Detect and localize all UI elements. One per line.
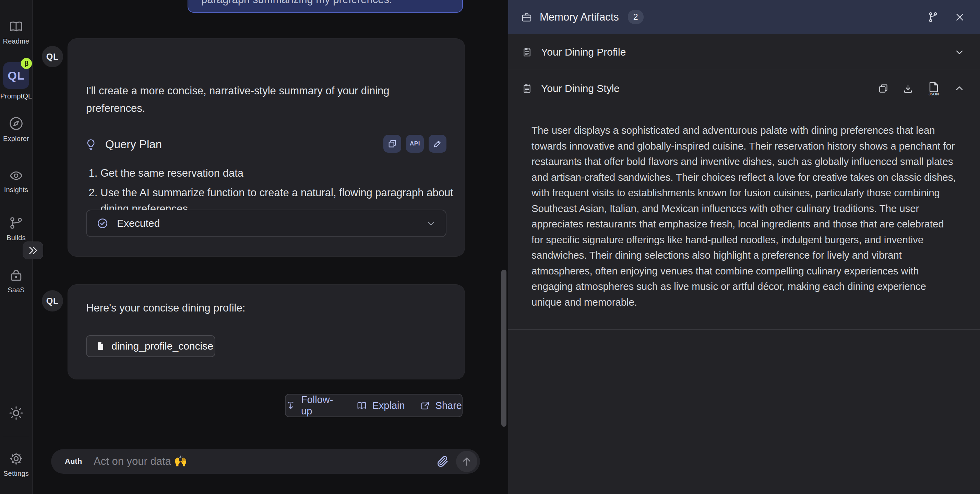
sidebar-item-promptql[interactable]: QL β PromptQL bbox=[0, 62, 32, 100]
message-actions: Follow-up Explain Share bbox=[285, 394, 463, 417]
artifact-count-badge: 2 bbox=[628, 10, 644, 24]
auth-badge[interactable]: Auth bbox=[65, 457, 82, 466]
notepad-icon bbox=[522, 83, 532, 94]
share-button[interactable]: Share bbox=[420, 400, 462, 411]
avatar: QL bbox=[42, 46, 63, 67]
beta-badge: β bbox=[21, 58, 32, 69]
sidebar-item-explorer[interactable]: Explorer bbox=[0, 116, 32, 143]
assistant-intro-text: I'll create a more concise, narrative-st… bbox=[86, 82, 443, 117]
api-button[interactable]: API bbox=[406, 135, 424, 153]
copy-icon[interactable] bbox=[878, 83, 889, 94]
query-plan-title: Query Plan bbox=[105, 138, 162, 151]
lock-icon bbox=[9, 268, 24, 283]
gear-icon bbox=[9, 451, 24, 466]
pencil-icon bbox=[433, 139, 442, 148]
sidebar-divider bbox=[3, 437, 29, 437]
user-message-text: paragraph summarizing my preferences. bbox=[201, 0, 392, 5]
svg-text:JSON: JSON bbox=[929, 92, 939, 96]
check-circle-icon bbox=[96, 217, 109, 229]
artifact-chip-label: dining_profile_concise bbox=[111, 340, 213, 352]
share-label: Share bbox=[436, 400, 462, 411]
chat-input-bar: Auth bbox=[51, 449, 480, 474]
sidebar-expand-button[interactable] bbox=[22, 242, 43, 259]
copy-icon bbox=[388, 139, 397, 148]
sidebar-item-label: Explorer bbox=[3, 135, 29, 143]
assistant-message-card: Here's your concise dining profile: dini… bbox=[68, 284, 465, 379]
sidebar-item-builds[interactable]: Builds bbox=[0, 215, 32, 242]
arrow-up-icon bbox=[461, 456, 473, 467]
json-file-icon[interactable]: JSON bbox=[927, 81, 940, 96]
sidebar-item-label: Builds bbox=[6, 234, 26, 242]
sidebar-item-saas[interactable]: SaaS bbox=[0, 268, 32, 294]
open-book-icon bbox=[356, 400, 367, 411]
eye-icon bbox=[8, 169, 24, 183]
file-icon bbox=[95, 341, 105, 351]
edit-button[interactable] bbox=[429, 135, 447, 153]
sun-icon bbox=[8, 405, 24, 421]
panel-header-actions bbox=[927, 11, 965, 23]
user-message-bubble: paragraph summarizing my preferences. bbox=[188, 0, 463, 13]
lightbulb-icon bbox=[85, 138, 97, 151]
assistant-followup-text: Here's your concise dining profile: bbox=[86, 302, 245, 314]
sidebar-item-insights[interactable]: Insights bbox=[0, 169, 32, 194]
executed-accordion[interactable]: Executed bbox=[86, 210, 447, 237]
assistant-message-card: I'll create a more concise, narrative-st… bbox=[68, 38, 465, 257]
avatar: QL bbox=[42, 290, 63, 311]
artifact-content-text: The user displays a sophisticated and ad… bbox=[508, 106, 980, 330]
artifact-row-dining-profile[interactable]: Your Dining Profile bbox=[508, 34, 980, 70]
query-plan-header: Query Plan bbox=[85, 135, 162, 154]
sidebar-item-label: Settings bbox=[3, 470, 29, 478]
panel-title: Memory Artifacts bbox=[540, 11, 619, 23]
theme-toggle[interactable] bbox=[0, 405, 32, 421]
chevron-down-icon bbox=[426, 218, 436, 228]
follow-up-label: Follow-up bbox=[301, 394, 342, 417]
sidebar-item-settings[interactable]: Settings bbox=[0, 451, 32, 478]
paperclip-icon[interactable] bbox=[436, 455, 449, 468]
book-icon bbox=[9, 19, 24, 34]
copy-button[interactable] bbox=[383, 135, 401, 153]
sidebar-item-label: Insights bbox=[4, 186, 29, 194]
send-button[interactable] bbox=[456, 451, 477, 472]
artifact-row-title: Your Dining Style bbox=[541, 83, 620, 94]
explain-label: Explain bbox=[372, 400, 405, 411]
executed-label: Executed bbox=[117, 217, 160, 229]
briefcase-icon bbox=[521, 12, 532, 22]
sidebar-item-readme[interactable]: Readme bbox=[0, 19, 32, 45]
panel-header: Memory Artifacts 2 bbox=[508, 0, 980, 34]
promptql-app: Readme QL β PromptQL Explorer bbox=[0, 0, 980, 494]
follow-up-arrow-icon bbox=[286, 400, 296, 411]
sidebar-item-label: SaaS bbox=[8, 286, 25, 294]
git-branch-icon[interactable] bbox=[927, 11, 939, 23]
download-icon[interactable] bbox=[902, 83, 913, 94]
chevron-down-icon[interactable] bbox=[954, 47, 965, 57]
artifact-chip[interactable]: dining_profile_concise bbox=[86, 335, 215, 357]
close-icon[interactable] bbox=[955, 12, 965, 22]
artifact-row-title: Your Dining Profile bbox=[541, 46, 626, 58]
follow-up-button[interactable]: Follow-up bbox=[286, 394, 342, 417]
share-icon bbox=[420, 400, 430, 411]
chevron-up-icon[interactable] bbox=[954, 83, 965, 94]
promptql-logo: QL β bbox=[3, 62, 29, 89]
sidebar-item-label: Readme bbox=[3, 37, 30, 45]
query-plan-toolbar: API bbox=[383, 135, 447, 153]
double-chevron-right-icon bbox=[26, 245, 40, 256]
chat-input[interactable] bbox=[94, 455, 436, 468]
memory-artifacts-panel: Memory Artifacts 2 bbox=[508, 0, 980, 494]
chat-scrollbar[interactable] bbox=[501, 269, 506, 427]
sidebar-item-label: PromptQL bbox=[0, 92, 32, 100]
compass-icon bbox=[8, 116, 24, 131]
query-plan-step: Get the same reservation data bbox=[100, 165, 455, 181]
artifact-row-dining-style[interactable]: Your Dining Style bbox=[508, 70, 980, 106]
explain-button[interactable]: Explain bbox=[356, 400, 405, 411]
api-button-label: API bbox=[410, 140, 420, 147]
notepad-icon bbox=[522, 47, 532, 57]
git-branch-icon bbox=[9, 215, 24, 231]
